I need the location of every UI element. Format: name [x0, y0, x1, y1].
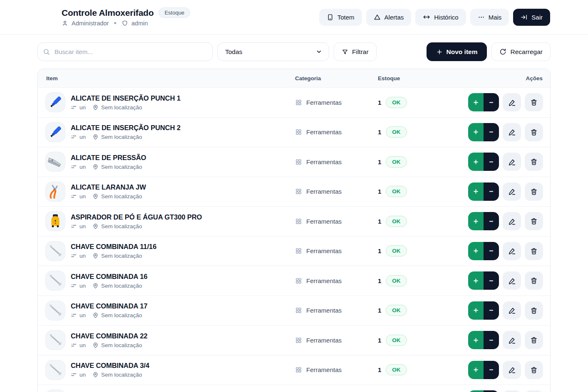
increment-button[interactable]	[468, 271, 484, 290]
column-categoria: Categoria	[295, 75, 378, 81]
decrement-button[interactable]	[484, 242, 499, 260]
grid-icon	[295, 99, 302, 106]
item-name: CHAVE COMBINADA 17	[71, 302, 147, 310]
delete-button[interactable]	[525, 390, 543, 392]
decrement-button[interactable]	[484, 390, 499, 392]
new-item-button[interactable]: Novo item	[427, 42, 487, 61]
increment-button[interactable]	[468, 361, 484, 379]
person-icon	[62, 20, 68, 27]
decrement-button[interactable]	[484, 271, 499, 290]
reload-button[interactable]: Recarregar	[491, 42, 551, 61]
search-icon	[43, 48, 50, 55]
item-thumbnail	[45, 182, 65, 202]
edit-button[interactable]	[503, 242, 521, 260]
item-category: Ferramentas	[306, 366, 342, 373]
edit-button[interactable]	[503, 182, 521, 201]
increment-button[interactable]	[468, 212, 484, 230]
trash-icon	[530, 99, 538, 106]
delete-button[interactable]	[525, 123, 543, 141]
decrement-button[interactable]	[484, 123, 499, 141]
item-location: Sem localização	[101, 253, 142, 259]
location-pin-icon	[92, 223, 99, 229]
item-thumbnail	[45, 92, 65, 112]
delete-button[interactable]	[525, 153, 543, 171]
delete-button[interactable]	[525, 271, 543, 290]
item-category: Ferramentas	[306, 218, 342, 225]
item-category: Ferramentas	[306, 128, 342, 136]
stock-quantity: 1	[378, 247, 381, 254]
user-subtitle: Administrador • admin	[62, 20, 190, 27]
alerts-button[interactable]: Alertas	[366, 9, 412, 26]
decrement-button[interactable]	[484, 361, 499, 379]
increment-button[interactable]	[468, 390, 484, 392]
search-input[interactable]	[37, 42, 213, 61]
alert-triangle-icon	[374, 14, 381, 21]
delete-button[interactable]	[525, 242, 543, 260]
unit-icon	[71, 164, 77, 170]
delete-button[interactable]	[525, 212, 543, 230]
table-header: Item Categoria Estoque Ações	[38, 69, 550, 87]
item-name: CHAVE COMBINADA 11/16	[71, 243, 156, 251]
increment-button[interactable]	[468, 182, 484, 201]
decrement-button[interactable]	[484, 182, 499, 201]
edit-button[interactable]	[503, 271, 521, 290]
decrement-button[interactable]	[484, 153, 499, 171]
logout-button[interactable]: Sair	[513, 9, 550, 26]
decrement-button[interactable]	[484, 331, 499, 349]
delete-button[interactable]	[525, 182, 543, 201]
dot-separator: •	[114, 21, 116, 25]
increment-button[interactable]	[468, 93, 484, 111]
status-badge: OK	[386, 97, 407, 108]
funnel-icon	[342, 49, 348, 55]
pencil-icon	[508, 277, 516, 285]
delete-button[interactable]	[525, 361, 543, 379]
refresh-icon	[499, 48, 506, 55]
item-name: ASPIRADOR DE PÓ E ÁGUA GT300 PRO	[71, 213, 202, 221]
item-thumbnail	[45, 152, 65, 172]
trash-icon	[530, 128, 538, 136]
pencil-icon	[508, 306, 516, 314]
location-pin-icon	[92, 312, 99, 318]
edit-button[interactable]	[503, 361, 521, 379]
status-badge: OK	[386, 275, 407, 286]
location-pin-icon	[92, 342, 99, 348]
table-row: CHAVE COMBINADA 22 un Sem localização	[38, 325, 550, 355]
increment-button[interactable]	[468, 242, 484, 260]
increment-button[interactable]	[468, 153, 484, 171]
delete-button[interactable]	[525, 331, 543, 349]
decrement-button[interactable]	[484, 212, 499, 230]
edit-button[interactable]	[503, 390, 521, 392]
quantity-stepper	[468, 153, 499, 171]
item-unit: un	[79, 342, 86, 348]
increment-button[interactable]	[468, 123, 484, 141]
edit-button[interactable]	[503, 212, 521, 230]
trash-icon	[530, 307, 538, 314]
increment-button[interactable]	[468, 301, 484, 320]
pencil-icon	[508, 158, 516, 166]
history-button[interactable]: Histórico	[415, 9, 466, 26]
delete-button[interactable]	[525, 93, 543, 111]
edit-button[interactable]	[503, 123, 521, 141]
grid-icon	[295, 366, 302, 373]
decrement-button[interactable]	[484, 93, 499, 111]
edit-button[interactable]	[503, 301, 521, 320]
table-row: ASPIRADOR DE PÓ E ÁGUA GT300 PRO un Sem …	[38, 206, 550, 236]
more-button[interactable]: Mais	[470, 9, 509, 26]
item-category: Ferramentas	[306, 188, 342, 195]
tablet-icon	[327, 14, 334, 21]
edit-button[interactable]	[503, 331, 521, 349]
totem-button[interactable]: Totem	[319, 9, 362, 26]
quantity-stepper	[468, 390, 499, 392]
quantity-stepper	[468, 331, 499, 349]
filter-button[interactable]: Filtrar	[334, 42, 377, 61]
edit-button[interactable]	[503, 153, 521, 171]
delete-button[interactable]	[525, 301, 543, 320]
item-location: Sem localização	[101, 134, 142, 140]
increment-button[interactable]	[468, 331, 484, 349]
category-select[interactable]: Todas	[217, 42, 329, 61]
pencil-icon	[508, 187, 516, 195]
decrement-button[interactable]	[484, 301, 499, 320]
stock-quantity: 1	[378, 99, 381, 106]
item-thumbnail	[45, 360, 65, 380]
edit-button[interactable]	[503, 93, 521, 111]
